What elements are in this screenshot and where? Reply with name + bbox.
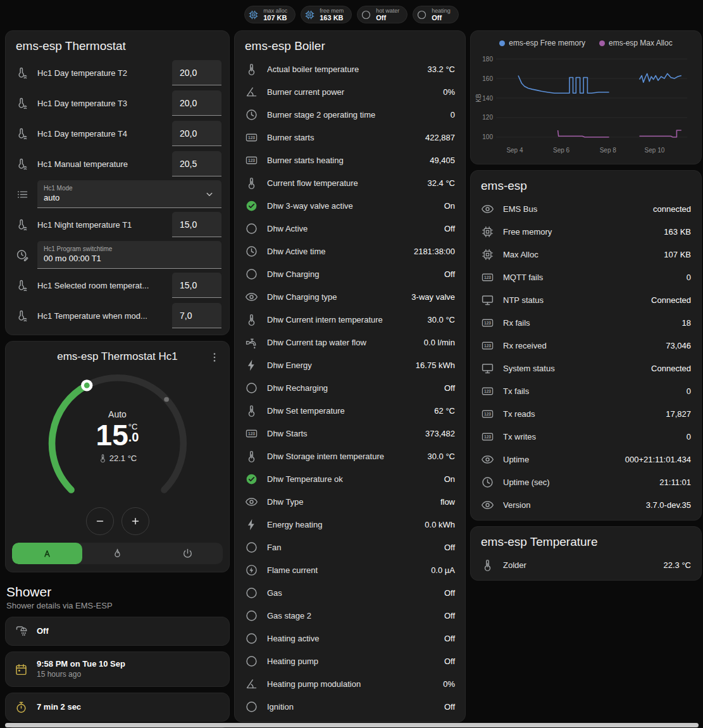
card-title: ems-esp: [471, 171, 701, 197]
entity-value: Off: [444, 588, 455, 598]
entity-row[interactable]: Heating pump modulation 0%: [235, 672, 465, 695]
entity-label: Zolder: [503, 560, 654, 570]
number-input[interactable]: 15,0: [172, 273, 221, 298]
entity-row[interactable]: Zolder 22.3 °C: [471, 553, 701, 576]
entity-value: 0%: [443, 87, 455, 97]
entity-row[interactable]: Tx fails 0: [471, 379, 701, 402]
entity-row[interactable]: Dhw Storage intern temperature 30.0 °C: [235, 445, 465, 467]
entity-row[interactable]: Flame current 0.0 µA: [235, 558, 465, 581]
entity-row[interactable]: Heating active Off: [235, 627, 465, 650]
entity-row[interactable]: EMS Bus connected: [471, 197, 701, 220]
entity-row[interactable]: MQTT fails 0: [471, 266, 701, 288]
entity-row[interactable]: Dhw Current tap water flow 0.0 l/min: [235, 331, 465, 354]
entity-row[interactable]: Dhw Temperature ok On: [235, 467, 465, 490]
entity-row[interactable]: Current flow temperature 32.4 °C: [235, 171, 465, 194]
text-input[interactable]: Hc1 Program switchtime 00 mo 00:00 T1: [37, 241, 221, 269]
thermometer-icon: [245, 176, 258, 190]
entity-value: 0.0 µA: [431, 565, 455, 575]
increase-temperature-button[interactable]: [121, 507, 149, 535]
number-input[interactable]: 15,0: [172, 212, 221, 237]
entity-row[interactable]: Burner starts 422,887: [235, 126, 465, 149]
entity-value: 32.4 °C: [427, 178, 455, 188]
entity-row[interactable]: Energy heating 0.0 kWh: [235, 513, 465, 536]
entity-label: Version: [503, 500, 637, 510]
entity-row[interactable]: Dhw Set temperature 62 °C: [235, 399, 465, 422]
entity-row[interactable]: Dhw 3-way valve active On: [235, 194, 465, 217]
header-badge-heating[interactable]: heating Off: [413, 6, 459, 23]
shower-section-title: Shower: [5, 578, 230, 600]
card-menu-button[interactable]: [206, 349, 223, 366]
decrease-temperature-button[interactable]: [86, 507, 114, 535]
plus-icon: [130, 515, 141, 527]
entity-value: 17,827: [666, 409, 691, 419]
entity-row[interactable]: Fan Off: [235, 536, 465, 558]
number-input[interactable]: 20,0: [172, 60, 221, 85]
number-input[interactable]: 20,0: [172, 121, 221, 146]
entity-row[interactable]: Gas Off: [235, 581, 465, 604]
entity-label: Dhw Set temperature: [267, 406, 425, 416]
entity-row[interactable]: Dhw Energy 16.75 kWh: [235, 354, 465, 376]
entity-row[interactable]: System status Connected: [471, 357, 701, 379]
entity-row[interactable]: Burner starts heating 49,405: [235, 149, 465, 171]
entity-row[interactable]: Actual boiler temperature 33.2 °C: [235, 58, 465, 80]
entity-row[interactable]: Dhw Active Off: [235, 217, 465, 240]
entity-row[interactable]: Burner stage 2 operating time 0: [235, 103, 465, 126]
gauge-icon: [245, 677, 258, 691]
number-input[interactable]: 20,0: [172, 90, 221, 116]
entity-row[interactable]: Dhw Starts 373,482: [235, 422, 465, 445]
thermo-water-icon: [16, 279, 29, 292]
entity-row[interactable]: Uptime 000+21:11:01.434: [471, 448, 701, 471]
entity-value: 0: [687, 386, 691, 396]
shower-tile[interactable]: 7 min 2 sec: [5, 693, 230, 722]
entity-row[interactable]: Free memory 163 KB: [471, 220, 701, 243]
entity-label: Gas stage 2: [267, 611, 435, 620]
entity-row[interactable]: Dhw Recharging Off: [235, 376, 465, 399]
header-badge-free-mem[interactable]: free mem 163 KB: [301, 6, 352, 23]
entity-label: MQTT fails: [503, 273, 678, 282]
entity-row[interactable]: Dhw Active time 2181:38:00: [235, 240, 465, 262]
dial-arc: [39, 364, 197, 507]
entity-row[interactable]: Heating pump Off: [235, 650, 465, 672]
entity-row[interactable]: Dhw Type flow: [235, 490, 465, 513]
column-right: ems-esp Free memory ems-esp Max Alloc KB…: [470, 30, 702, 586]
clock-icon: [481, 476, 494, 489]
hvac-mode-button-flame[interactable]: [82, 543, 152, 564]
entity-value: 0: [451, 110, 455, 120]
entity-row[interactable]: Dhw Charging Off: [235, 262, 465, 285]
circle-icon: [245, 586, 258, 600]
number-input[interactable]: 20,5: [172, 151, 221, 176]
flame-icon: [111, 548, 123, 560]
temperature-card: ems-esp Temperature Zolder 22.3 °C: [470, 526, 702, 581]
badge-label: free mem: [320, 8, 344, 14]
hvac-mode-button-power[interactable]: [152, 543, 223, 564]
entity-row[interactable]: Dhw Current intern temperature 30.0 °C: [235, 308, 465, 331]
number-input[interactable]: 7,0: [172, 303, 221, 328]
entity-value: 422,887: [425, 133, 455, 142]
entity-label: Dhw Type: [267, 497, 432, 507]
hvac-mode-button-auto[interactable]: [12, 543, 82, 564]
entity-row[interactable]: Version 3.7.0-dev.35: [471, 493, 701, 516]
horizontal-scrollbar[interactable]: [5, 723, 699, 727]
entity-row: Hc1 Day temperature T3 20,0: [6, 88, 229, 118]
entity-row[interactable]: Rx received 73,046: [471, 334, 701, 357]
header-badge-max-alloc[interactable]: max alloc 107 KB: [244, 6, 296, 23]
mode-select[interactable]: Hc1 Mode auto: [37, 180, 221, 208]
legend-item[interactable]: ems-esp Free memory: [499, 39, 585, 47]
entity-row[interactable]: Burner current power 0%: [235, 80, 465, 103]
entity-label: Actual boiler temperature: [267, 65, 418, 74]
entity-row[interactable]: Rx fails 18: [471, 311, 701, 334]
shower-tile[interactable]: 9:58 PM on Tue 10 Sep 15 hours ago: [5, 651, 230, 687]
header-badge-hot-water[interactable]: hot water Off: [357, 6, 407, 23]
entity-row[interactable]: Tx writes 0: [471, 425, 701, 448]
entity-row[interactable]: Max Alloc 107 KB: [471, 243, 701, 266]
legend-item[interactable]: ems-esp Max Alloc: [599, 39, 673, 47]
entity-row[interactable]: Dhw Charging type 3-way valve: [235, 285, 465, 308]
entity-label: Uptime (sec): [503, 478, 650, 487]
entity-row[interactable]: NTP status Connected: [471, 288, 701, 311]
entity-row[interactable]: Tx reads 17,827: [471, 402, 701, 425]
shower-tile[interactable]: Off: [5, 617, 230, 646]
entity-row[interactable]: Uptime (sec) 21:11:01: [471, 471, 701, 493]
thermostat-dial[interactable]: Auto 15 °C .0 22.1 °C: [39, 364, 197, 507]
entity-row[interactable]: Ignition Off: [235, 695, 465, 718]
entity-row[interactable]: Gas stage 2 Off: [235, 604, 465, 627]
